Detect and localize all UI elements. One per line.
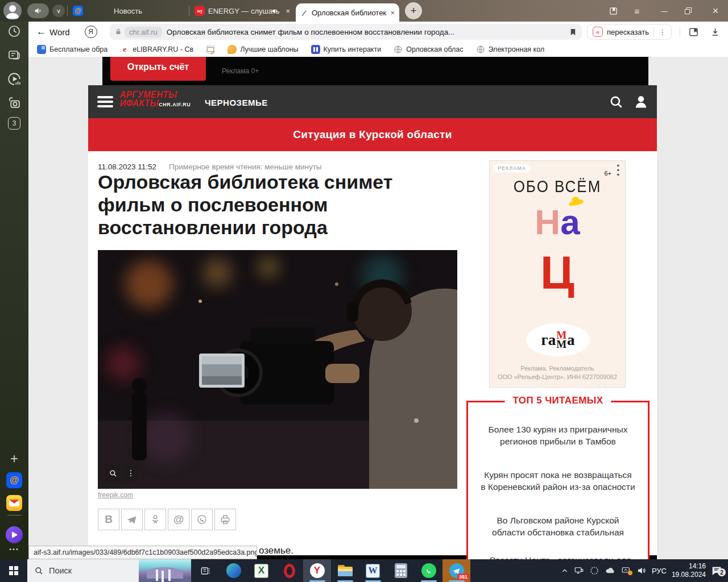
back-button[interactable]: ← Word <box>36 26 70 38</box>
task-view-button[interactable] <box>192 559 218 582</box>
share-vk-button[interactable]: В <box>98 509 119 530</box>
bookmarks-panel-icon[interactable] <box>602 0 624 22</box>
screen-clip-icon[interactable] <box>589 566 599 576</box>
excel-icon: X <box>254 564 268 578</box>
bookmark-item[interactable]: Орловская облас <box>394 45 463 54</box>
photo-zoom-button[interactable] <box>105 465 121 481</box>
taskbar-search[interactable]: Поиск <box>27 559 191 582</box>
clock[interactable]: 14:16 19.08.2024 <box>672 562 706 579</box>
search-icon[interactable] <box>609 94 623 109</box>
start-button[interactable] <box>0 559 27 582</box>
window-minimize-button[interactable]: ─ <box>653 0 676 22</box>
profile-avatar[interactable] <box>3 2 22 20</box>
page-icon <box>300 9 308 16</box>
taskbar-calculator[interactable] <box>387 559 415 582</box>
top-ad-banner[interactable]: Открыть счёт Реклама 0+ <box>102 57 648 85</box>
share-print-button[interactable] <box>214 509 236 530</box>
search-highlight-image[interactable] <box>139 559 191 582</box>
new-tab-button[interactable]: + <box>405 2 422 19</box>
taskbar-yandex-browser[interactable]: Y <box>303 559 331 582</box>
section-link[interactable]: ЧЕРНОЗЕМЬЕ <box>205 98 268 107</box>
bookmark-item[interactable] <box>206 45 215 54</box>
alert-banner[interactable]: Ситуация в Курской области <box>88 118 657 151</box>
network-icon[interactable] <box>574 566 584 576</box>
tab-count-box[interactable]: 3 <box>0 117 28 130</box>
windows-taskbar: Поиск X Y W <box>0 559 728 582</box>
bookmark-favicon <box>37 45 46 54</box>
site-logo[interactable]: АРГУМЕНТЫ ИФАКТЫCHR.AIF.RU <box>120 90 191 109</box>
ad-letter-c: Ц <box>490 246 625 300</box>
yandex-mail-icon[interactable] <box>0 495 28 511</box>
downloads-icon[interactable] <box>710 27 721 38</box>
tab-energy[interactable]: nrj ENERGY — слушать × <box>191 0 295 22</box>
photo-more-button[interactable]: ⋮ <box>123 465 139 481</box>
taskbar-telegram[interactable]: 351 <box>442 559 470 582</box>
top5-widget: ТОП 5 ЧИТАЕМЫХ Более 130 курян из пригра… <box>466 401 650 559</box>
volume-icon[interactable] <box>636 566 647 576</box>
bookmark-item[interactable]: e eLIBRARY.RU - Св <box>120 45 193 54</box>
retell-button[interactable]: « пересказать ⋮ <box>587 24 672 40</box>
divider <box>680 27 680 37</box>
mail-ru-sidebar-icon[interactable]: @ <box>0 472 28 488</box>
bookmark-item[interactable]: Лучшие шаблоны <box>228 45 298 54</box>
side-panels-icon[interactable] <box>688 27 699 38</box>
menu-burger-icon[interactable] <box>97 96 113 107</box>
bookmark-flag-icon[interactable] <box>569 28 577 36</box>
music-player-icon[interactable] <box>0 72 28 86</box>
project-screen-icon[interactable] <box>621 566 631 576</box>
tab-active-orlovskaya[interactable]: Орловская библиотека × <box>296 3 399 22</box>
top5-item-link[interactable]: «Россети Центр» организовали для <box>481 555 635 559</box>
tray-expand-icon[interactable] <box>561 567 569 575</box>
notification-count-badge: 2 <box>718 568 726 576</box>
onedrive-cloud-icon[interactable] <box>605 565 616 576</box>
sidebar-ad-widget[interactable]: РЕКЛАМА 6+ ••• ОБО ВСЁМ На Ц гаММа Рекла… <box>489 160 626 388</box>
bookmark-item[interactable]: Электронная кол <box>476 45 545 54</box>
article-photo[interactable]: ⋮ <box>98 250 457 489</box>
tab-novost[interactable]: @ Новость <box>68 0 188 22</box>
screenshot-icon[interactable] <box>0 95 28 110</box>
telegram-unread-badge: 351 <box>457 573 469 580</box>
tab-close-icon[interactable]: × <box>286 7 290 15</box>
window-restore-button[interactable] <box>677 0 700 22</box>
address-bar[interactable]: chr.aif.ru Орловская библиотека снимет ф… <box>110 24 582 40</box>
taskbar-whatsapp[interactable] <box>415 559 442 582</box>
photo-credit-link[interactable]: freepik.com <box>98 491 133 499</box>
taskbar-edge[interactable] <box>220 559 247 582</box>
taskbar-explorer[interactable] <box>331 559 359 582</box>
top5-item-link[interactable]: Курян просят пока не возвращаться в Коре… <box>481 469 635 493</box>
sidebar-more-icon[interactable]: ••• <box>0 546 28 552</box>
browser-tab-bar: ∨ @ Новость nrj ENERGY — слушать × Орлов… <box>0 0 728 22</box>
globe-icon <box>394 45 403 54</box>
tab-close-icon[interactable]: × <box>390 9 395 17</box>
top5-item-link[interactable]: Во Льговском районе Курской области обст… <box>481 515 635 539</box>
window-close-button[interactable]: × <box>704 0 727 22</box>
share-mail-button[interactable]: @ <box>168 509 189 530</box>
sidebar-add-icon[interactable]: + <box>0 451 28 467</box>
share-viber-button[interactable] <box>191 509 213 530</box>
bookmark-item[interactable]: Бесплатные обра <box>37 45 107 54</box>
speaker-icon <box>34 6 43 15</box>
feed-icon[interactable] <box>0 48 28 62</box>
sound-dropdown-chevron[interactable]: ∨ <box>52 5 65 17</box>
tab-sound-button[interactable] <box>27 3 49 18</box>
yandex-services-button[interactable]: Я <box>85 26 97 38</box>
profile-icon[interactable] <box>633 94 649 110</box>
browser-menu-icon[interactable]: ≡ <box>626 0 648 22</box>
taskbar-word[interactable]: W <box>359 559 387 582</box>
language-indicator[interactable]: РУС <box>652 567 667 575</box>
top5-item-link[interactable]: Более 130 курян из приграничных регионов… <box>481 424 635 448</box>
taskbar-excel[interactable]: X <box>247 559 275 582</box>
ad-options-icon[interactable]: ••• <box>617 164 619 177</box>
ad-open-account-button[interactable]: Открыть счёт <box>110 57 206 81</box>
notifications-button[interactable]: 2 <box>711 565 722 576</box>
share-ok-button[interactable] <box>144 509 166 530</box>
bookmark-label: Лучшие шаблоны <box>240 45 298 53</box>
tab-label: ENERGY — слушать <box>208 7 280 15</box>
bookmark-item[interactable]: Купить интеракти <box>311 45 382 54</box>
history-icon[interactable] <box>0 24 28 38</box>
retell-more-icon[interactable]: ⋮ <box>659 28 666 36</box>
share-telegram-button[interactable] <box>121 509 143 530</box>
alice-icon[interactable] <box>0 526 28 543</box>
taskbar-opera[interactable] <box>275 559 303 582</box>
top5-title: ТОП 5 ЧИТАЕМЫХ <box>504 395 611 406</box>
